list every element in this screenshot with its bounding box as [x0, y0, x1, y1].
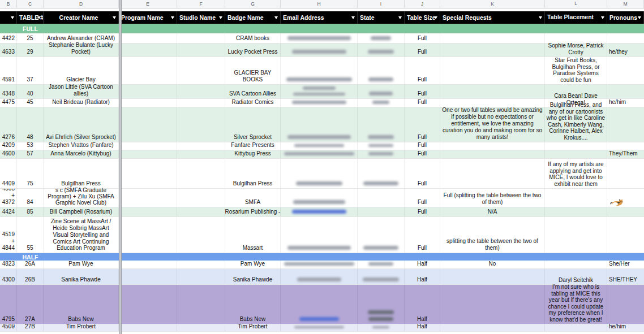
cell-table-placement[interactable]: Bulgilhan Press, and any of our cartooni… [545, 107, 607, 142]
filter-icon[interactable] [113, 16, 116, 19]
cell-special-requests[interactable] [440, 269, 545, 284]
cell-studio-name[interactable] [177, 99, 225, 107]
cell-creator-name[interactable]: Bill Campbell (Rosarium) [44, 207, 119, 216]
cell-pronouns[interactable] [607, 33, 644, 43]
cell-state-redacted[interactable] [358, 44, 405, 57]
cell-special-requests[interactable]: Full (splitting the table between the tw… [440, 189, 545, 207]
filter-icon[interactable] [601, 16, 604, 19]
header-pronouns[interactable]: Pronouns [607, 11, 644, 24]
cell-studio-name[interactable] [177, 150, 225, 158]
filter-icon[interactable] [539, 16, 542, 19]
cell-table-size[interactable]: Half [405, 324, 440, 331]
cell-state-redacted[interactable] [358, 324, 405, 331]
cell-badge-name[interactable]: Babs New [225, 285, 281, 324]
cell-studio-name[interactable] [177, 159, 225, 188]
cell-badge-name[interactable]: Tim Probert [225, 324, 281, 331]
cell-table-size[interactable]: Full [405, 217, 440, 253]
section-band-full[interactable]: FULL [0, 24, 644, 33]
section-band-half[interactable]: HALF [0, 253, 644, 261]
cell-creator-name[interactable]: Anna Marcelo (Kittybug) [44, 150, 119, 158]
cell-email-redacted[interactable] [281, 261, 358, 268]
cell-special-requests[interactable] [440, 324, 545, 331]
cell-pronouns[interactable]: They/Them [607, 150, 644, 158]
cell-table-size[interactable]: Full [405, 107, 440, 142]
cell-program-name[interactable] [119, 99, 177, 107]
cell-state-redacted[interactable] [358, 269, 405, 284]
cell-creator-name[interactable]: Jason Little (SVA Cartoon allies) [44, 85, 119, 98]
cell-table-number[interactable]: 48 [17, 107, 44, 142]
filter-icon[interactable] [398, 16, 402, 19]
column-letter-K[interactable]: K [440, 0, 545, 8]
cell-badge-name[interactable]: Pam Wye [225, 261, 281, 268]
cell-program-name[interactable] [119, 269, 177, 284]
cell-special-requests[interactable]: No [440, 261, 545, 268]
cell-special-requests[interactable] [440, 150, 545, 158]
cell-program-name[interactable] [119, 107, 177, 142]
cell-special-requests[interactable] [440, 44, 545, 57]
cell-table-placement[interactable] [545, 150, 607, 158]
cell-studio-name[interactable] [177, 85, 225, 98]
cell-table-number[interactable]: 45 [17, 99, 44, 107]
cell-badge-name[interactable]: Rosarium Publishing - [225, 207, 281, 216]
cell-studio-name[interactable] [177, 142, 225, 150]
cell-badge-name[interactable]: CRAM books [225, 33, 281, 43]
cell-creator-name[interactable]: Glacier Bay [44, 57, 119, 84]
cell-email-redacted[interactable] [281, 324, 358, 331]
cell-table-placement[interactable]: Sophie Morse, Patrick Crotty [545, 44, 607, 57]
cell-pronouns[interactable] [607, 57, 644, 84]
cell-id[interactable]: 4348 [0, 85, 17, 98]
cell-pronouns[interactable] [607, 107, 644, 142]
column-letter-C[interactable]: C [17, 0, 44, 8]
cell-email-redacted[interactable] [281, 189, 358, 207]
cell-pronouns[interactable]: he/him [607, 324, 644, 331]
cell-table-placement[interactable] [545, 217, 607, 253]
cell-creator-name[interactable]: Babs New [44, 285, 119, 324]
cell-badge-name[interactable]: Fanfare Presents [225, 142, 281, 150]
column-letter-D[interactable]: D [44, 0, 119, 8]
cell-table-number[interactable]: 26B [17, 269, 44, 284]
cell-studio-name[interactable] [177, 57, 225, 84]
cell-id[interactable]: 4424 [0, 207, 17, 216]
cell-table-number[interactable]: 27A [17, 285, 44, 324]
cell-special-requests[interactable] [440, 85, 545, 98]
cell-badge-name[interactable]: Kittybug Press [225, 150, 281, 158]
cell-email-redacted[interactable] [281, 159, 358, 188]
cell-special-requests[interactable]: N/A [440, 207, 545, 216]
cell-studio-name[interactable] [177, 44, 225, 57]
cell-email-redacted[interactable] [281, 150, 358, 158]
filter-icon[interactable] [274, 16, 278, 19]
column-letter-F[interactable]: F [177, 0, 225, 8]
header-special-requests[interactable]: Special Requests [440, 11, 545, 24]
cell-special-requests[interactable] [440, 33, 545, 43]
header-table-number[interactable]: TABLE # [17, 11, 44, 24]
cell-table-placement[interactable] [545, 261, 607, 268]
cell-program-name[interactable] [119, 142, 177, 150]
cell-email-redacted[interactable] [281, 33, 358, 43]
cell-state-redacted[interactable] [358, 85, 405, 98]
filter-icon[interactable] [11, 16, 14, 19]
cell-creator-name[interactable]: Tim Probert [44, 324, 119, 331]
cell-table-size[interactable]: Half [405, 261, 440, 268]
cell-email-redacted[interactable] [281, 142, 358, 150]
cell-special-requests[interactable]: One or two full tables would be amazing … [440, 107, 545, 142]
cell-creator-name[interactable]: Stephanie Bulante (Lucky Pocket) [44, 44, 119, 57]
column-letter-G[interactable]: G [225, 0, 281, 8]
cell-email-redacted[interactable] [281, 57, 358, 84]
cell-creator-name[interactable]: Zine Scene at MassArt / Heide Solbrig Ma… [44, 217, 119, 253]
cell-creator-name[interactable]: Pam Wye [44, 261, 119, 268]
cell-table-size[interactable]: Full [405, 159, 440, 188]
cell-table-size[interactable]: Full [405, 85, 440, 98]
cell-pronouns[interactable] [607, 207, 644, 216]
cell-badge-name[interactable]: Silver Sprocket [225, 107, 281, 142]
column-letter-J[interactable]: J [405, 0, 440, 8]
cell-creator-name[interactable]: Sanika Phawde [44, 269, 119, 284]
cell-id[interactable]: 4591 [0, 57, 17, 84]
cell-id[interactable]: 4475 [0, 99, 17, 107]
cell-state-redacted[interactable] [358, 261, 405, 268]
cell-email-redacted[interactable] [281, 99, 358, 107]
header-table-size[interactable]: Table Size [405, 11, 440, 24]
cell-pronouns[interactable] [607, 85, 644, 98]
header-cell-b[interactable] [0, 11, 17, 24]
filter-icon[interactable] [638, 16, 641, 19]
header-table-placement[interactable]: Table Placement [545, 11, 607, 24]
